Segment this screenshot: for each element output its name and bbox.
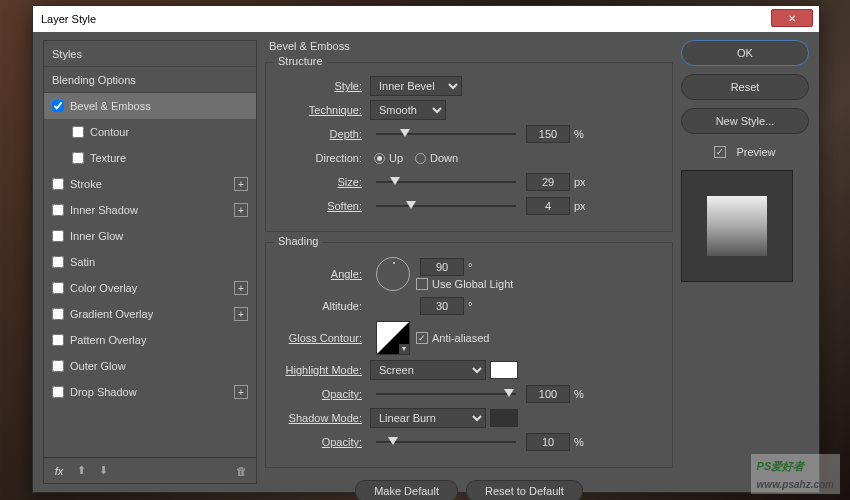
reset-button[interactable]: Reset — [681, 74, 809, 100]
drop-shadow-checkbox[interactable] — [52, 386, 64, 398]
soften-value[interactable]: 4 — [526, 197, 570, 215]
sidebar-item-gradient-overlay[interactable]: Gradient Overlay+ — [44, 301, 256, 327]
depth-value[interactable]: 150 — [526, 125, 570, 143]
sidebar-item-texture[interactable]: Texture — [44, 145, 256, 171]
arrow-up-icon[interactable]: ⬆ — [74, 464, 88, 478]
shading-title: Shading — [274, 235, 322, 247]
direction-down-radio[interactable] — [415, 153, 426, 164]
size-label: Size: — [280, 176, 370, 188]
direction-up-radio[interactable] — [374, 153, 385, 164]
sidebar-item-pattern-overlay[interactable]: Pattern Overlay — [44, 327, 256, 353]
altitude-label: Altitude: — [280, 300, 370, 312]
highlight-mode-select[interactable]: Screen — [370, 360, 486, 380]
sidebar-footer: fx ⬆ ⬇ 🗑 — [43, 458, 257, 484]
soften-slider[interactable] — [376, 199, 516, 213]
depth-slider[interactable] — [376, 127, 516, 141]
trash-icon[interactable]: 🗑 — [234, 464, 248, 478]
styles-sidebar: Styles Blending Options Bevel & Emboss C… — [43, 40, 257, 484]
styles-list: Styles Blending Options Bevel & Emboss C… — [43, 40, 257, 458]
right-column: OK Reset New Style... Preview — [681, 40, 809, 484]
style-select[interactable]: Inner Bevel — [370, 76, 462, 96]
layer-style-dialog: Layer Style ✕ Styles Blending Options Be… — [32, 5, 820, 493]
altitude-value[interactable]: 30 — [420, 297, 464, 315]
inner-glow-checkbox[interactable] — [52, 230, 64, 242]
close-button[interactable]: ✕ — [771, 9, 813, 27]
sidebar-item-outer-glow[interactable]: Outer Glow — [44, 353, 256, 379]
make-default-button[interactable]: Make Default — [355, 480, 458, 500]
shadow-mode-label: Shadow Mode: — [280, 412, 370, 424]
highlight-color-swatch[interactable] — [490, 361, 518, 379]
highlight-mode-label: Highlight Mode: — [280, 364, 370, 376]
shading-group: Shading Angle:90°Use Global Light Altitu… — [265, 242, 673, 468]
shadow-opacity-label: Opacity: — [280, 436, 370, 448]
angle-label: Angle: — [280, 268, 370, 280]
sidebar-item-color-overlay[interactable]: Color Overlay+ — [44, 275, 256, 301]
fx-icon[interactable]: fx — [52, 464, 66, 478]
add-icon[interactable]: + — [234, 203, 248, 217]
sidebar-item-contour[interactable]: Contour — [44, 119, 256, 145]
preview-checkbox[interactable] — [714, 146, 726, 158]
stroke-checkbox[interactable] — [52, 178, 64, 190]
sidebar-item-bevel[interactable]: Bevel & Emboss — [44, 93, 256, 119]
size-value[interactable]: 29 — [526, 173, 570, 191]
shadow-color-swatch[interactable] — [490, 409, 518, 427]
panel-title: Bevel & Emboss — [269, 40, 673, 52]
add-icon[interactable]: + — [234, 385, 248, 399]
sidebar-item-blending[interactable]: Blending Options — [44, 67, 256, 93]
titlebar: Layer Style ✕ — [33, 6, 819, 32]
technique-label: Technique: — [280, 104, 370, 116]
new-style-button[interactable]: New Style... — [681, 108, 809, 134]
style-label: Style: — [280, 80, 370, 92]
texture-checkbox[interactable] — [72, 152, 84, 164]
add-icon[interactable]: + — [234, 307, 248, 321]
watermark: PS爱好者 www.psahz.com — [751, 454, 840, 494]
size-slider[interactable] — [376, 175, 516, 189]
color-overlay-checkbox[interactable] — [52, 282, 64, 294]
add-icon[interactable]: + — [234, 281, 248, 295]
sidebar-item-inner-glow[interactable]: Inner Glow — [44, 223, 256, 249]
highlight-opacity-value[interactable]: 100 — [526, 385, 570, 403]
bevel-checkbox[interactable] — [52, 100, 64, 112]
ok-button[interactable]: OK — [681, 40, 809, 66]
inner-shadow-checkbox[interactable] — [52, 204, 64, 216]
chevron-down-icon[interactable]: ▾ — [399, 344, 409, 354]
contour-checkbox[interactable] — [72, 126, 84, 138]
main-panel: Bevel & Emboss Structure Style:Inner Bev… — [265, 40, 673, 484]
depth-label: Depth: — [280, 128, 370, 140]
reset-default-button[interactable]: Reset to Default — [466, 480, 583, 500]
sidebar-item-drop-shadow[interactable]: Drop Shadow+ — [44, 379, 256, 405]
technique-select[interactable]: Smooth — [370, 100, 446, 120]
structure-group: Structure Style:Inner Bevel Technique:Sm… — [265, 62, 673, 232]
angle-dial[interactable] — [376, 257, 410, 291]
gloss-label: Gloss Contour: — [280, 332, 370, 344]
angle-value[interactable]: 90 — [420, 258, 464, 276]
global-light-checkbox[interactable] — [416, 278, 428, 290]
shadow-opacity-slider[interactable] — [376, 435, 516, 449]
sidebar-item-styles[interactable]: Styles — [44, 41, 256, 67]
window-title: Layer Style — [41, 13, 96, 25]
arrow-down-icon[interactable]: ⬇ — [96, 464, 110, 478]
gloss-contour-picker[interactable]: ▾ — [376, 321, 410, 355]
sidebar-item-satin[interactable]: Satin — [44, 249, 256, 275]
satin-checkbox[interactable] — [52, 256, 64, 268]
preview-box — [681, 170, 793, 282]
sidebar-item-stroke[interactable]: Stroke+ — [44, 171, 256, 197]
highlight-opacity-label: Opacity: — [280, 388, 370, 400]
direction-label: Direction: — [280, 152, 370, 164]
structure-title: Structure — [274, 55, 327, 67]
shadow-opacity-value[interactable]: 10 — [526, 433, 570, 451]
preview-swatch — [707, 196, 767, 256]
add-icon[interactable]: + — [234, 177, 248, 191]
pattern-overlay-checkbox[interactable] — [52, 334, 64, 346]
outer-glow-checkbox[interactable] — [52, 360, 64, 372]
highlight-opacity-slider[interactable] — [376, 387, 516, 401]
sidebar-item-inner-shadow[interactable]: Inner Shadow+ — [44, 197, 256, 223]
antialiased-checkbox[interactable] — [416, 332, 428, 344]
gradient-overlay-checkbox[interactable] — [52, 308, 64, 320]
shadow-mode-select[interactable]: Linear Burn — [370, 408, 486, 428]
soften-label: Soften: — [280, 200, 370, 212]
